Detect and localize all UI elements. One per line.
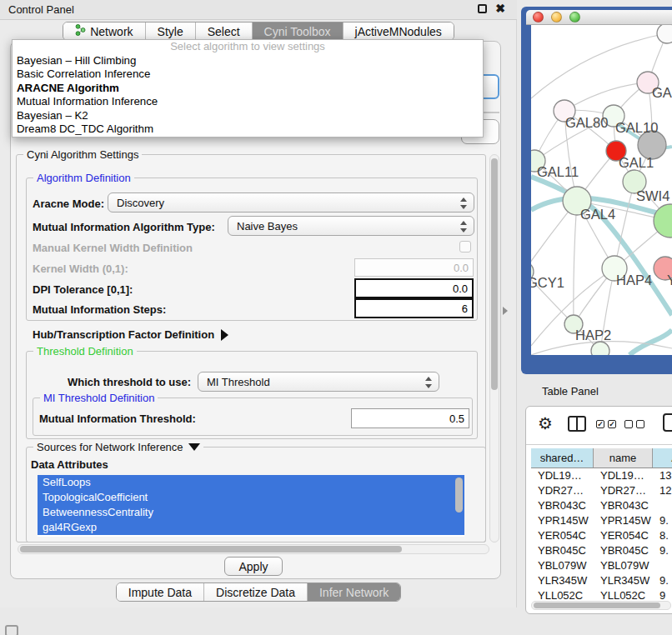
attribute-list-item[interactable]: TopologicalCoefficient [38,490,464,505]
kernel-width-value: 0.0 [454,262,469,274]
algorithm-option[interactable]: Bayesian – Hill Climbing [13,54,483,68]
algorithm-option[interactable]: Dream8 DC_TDC Algorithm [13,122,483,136]
gear-icon[interactable]: ⚙ [538,413,553,433]
close-window-icon[interactable] [533,12,544,22]
new-table-icon[interactable] [663,413,672,432]
mi-threshold-label: Mutual Information Threshold: [39,412,196,425]
table-row[interactable]: YER054CYER054C8. [531,528,672,543]
table-cell: YBR043C [594,498,653,513]
deselect-all-columns-icon[interactable] [624,420,644,428]
control-panel: Control Panel ✖ NetworkStyleSelectCyni T… [0,0,517,608]
tab-select[interactable]: Select [195,22,252,40]
stepper-arrows-icon [459,220,468,233]
dpi-tolerance-field[interactable]: 0.0 [354,278,474,298]
mi-type-value: Naive Bayes [237,220,298,232]
table-cell: YDR27… [531,483,594,498]
mi-threshold-field[interactable]: 0.5 [351,408,469,428]
tab-network[interactable]: Network [63,22,144,40]
expander-right-icon [221,329,228,341]
tab-discretize-data[interactable]: Discretize Data [203,583,307,601]
network-edge[interactable] [574,201,577,324]
network-node[interactable] [657,25,672,43]
table-row[interactable]: YBL079WYBL079W [531,558,672,573]
node-label-gal80: GAL80 [565,115,608,130]
select-all-columns-icon[interactable]: ✓✓ [596,420,616,428]
apply-button[interactable]: Apply [224,557,283,576]
tab-cyni-toolbox[interactable]: Cyni Toolbox [252,22,343,40]
table-cell: YBR045C [594,543,653,558]
tab-label: Impute Data [128,586,192,599]
mi-type-label: Mutual Information Algorithm Type: [33,221,215,233]
column-header-A[interactable]: A [653,448,672,468]
manual-kernel-checkbox[interactable] [459,241,471,252]
tab-label: Infer Network [319,586,389,599]
list-scrollbar[interactable] [455,478,463,512]
settings-horizontal-scrollbar[interactable] [18,544,489,554]
table-cell: YDL19… [594,468,653,483]
algorithm-popup-placeholder: Select algorithm to view settings [13,40,483,54]
network-node[interactable] [591,342,609,355]
which-threshold-combobox[interactable]: MI Threshold [198,372,439,392]
attribute-list-item[interactable]: SelfLoops [38,475,464,490]
table-header-row: shared…nameA [531,448,672,468]
node-label-y: Y [667,272,672,288]
dpi-tolerance-label: DPI Tolerance [0,1]: [33,283,133,296]
mi-steps-value: 6 [462,302,468,315]
table-cell: YBL079W [594,558,653,573]
tab-impute-data[interactable]: Impute Data [117,583,203,601]
aracne-mode-combobox[interactable]: Discovery [108,192,474,212]
table-row[interactable]: YLL052CYLL052C9 [531,588,672,600]
table-panel: ⚙ ✓✓ shared…nameA YDL19…YDL19…13YDR27…YD… [525,406,672,614]
minimize-window-icon[interactable] [551,12,562,22]
tab-infer-network[interactable]: Infer Network [307,583,400,601]
mi-steps-label: Mutual Information Steps: [33,303,166,316]
zoom-window-icon[interactable] [569,12,580,22]
algorithm-selection-popup: Select algorithm to view settings Bayesi… [12,39,484,138]
group-title: Cyni Algorithm Settings [23,148,142,161]
stepper-arrows-icon [459,197,468,210]
close-panel-icon[interactable]: ✖ [495,2,505,14]
data-attributes-list[interactable]: SelfLoopsTopologicalCoefficientBetweenne… [38,475,464,537]
column-header-shared[interactable]: shared… [531,448,594,468]
mi-steps-field[interactable]: 6 [354,298,474,318]
kernel-width-field[interactable]: 0.0 [354,258,474,277]
mi-algorithm-type-combobox[interactable]: Naive Bayes [228,216,474,236]
algorithm-option[interactable]: Bayesian – K2 [13,109,483,122]
tab-jactivemnodules[interactable]: jActiveMNodules [343,22,454,40]
control-panel-header: Control Panel ✖ [0,0,517,20]
node-label-gal10: GAL10 [615,120,658,135]
column-header-name[interactable]: name [594,448,653,468]
float-panel-icon[interactable] [478,4,487,13]
algorithm-option[interactable]: Basic Correlation Inference [13,68,483,81]
attribute-list-item[interactable]: BetweennessCentrality [38,505,464,520]
table-row[interactable]: YDL19…YDL19…13 [531,468,672,483]
network-edge[interactable] [564,82,648,111]
algorithm-option[interactable]: Mutual Information Inference [13,95,483,108]
network-canvas[interactable]: GALGAL80GAL10GAL1GAL11SWI4GAL4GCY1HAP4YH… [531,25,672,355]
sources-title[interactable]: Sources for Network Inference [33,441,203,453]
algorithm-option[interactable]: ARACNE Algorithm [13,82,483,95]
settings-vertical-scrollbar[interactable] [489,154,499,542]
tab-style[interactable]: Style [145,22,195,40]
kernel-width-label: Kernel Width (0,1): [33,262,128,275]
column-layout-icon[interactable] [568,416,586,432]
panel-title: Control Panel [0,3,74,16]
table-row[interactable]: YLR345WYLR345W9. [531,573,672,588]
attribute-list-item[interactable]: gal4RGexp [38,520,464,535]
tab-label: Select [208,25,240,38]
table-row[interactable]: YPR145WYPR145W9. [531,513,672,528]
node-label-gcy1: GCY1 [531,275,564,290]
network-window-titlebar[interactable] [526,10,672,25]
panel-resize-handle[interactable] [503,307,508,315]
table-horizontal-scrollbar[interactable] [531,601,671,610]
collapsed-panel-icon[interactable] [5,625,18,635]
table-row[interactable]: YDR27…YDR27…12 [531,483,672,498]
table-row[interactable]: YBR043CYBR043C [531,498,672,513]
table-cell: YBR043C [531,498,594,513]
table-cell: YER054C [531,528,594,543]
hub-definition-expander[interactable]: Hub/Transcription Factor Definition [33,328,228,341]
table-row[interactable]: YBR045CYBR045C9. [531,543,672,558]
node-label-hap4: HAP4 [616,272,652,288]
dpi-tolerance-value: 0.0 [453,282,468,295]
sources-title-label: Sources for Network Inference [37,441,183,453]
